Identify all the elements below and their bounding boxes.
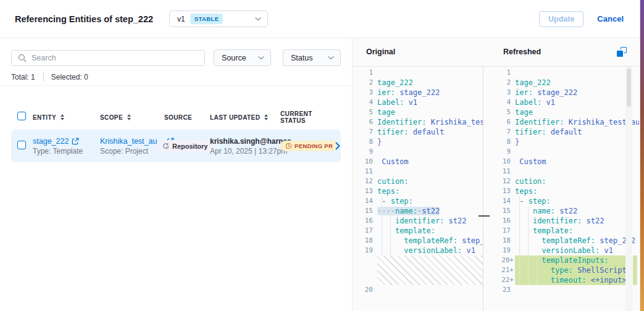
code-line: 15····name:·st22 bbox=[353, 206, 483, 216]
table-header: ENTITY SCOPE SOURCE LAST UPDATED CURRENT… bbox=[11, 110, 341, 123]
sort-icon bbox=[127, 114, 131, 120]
stable-badge: STABLE bbox=[190, 14, 224, 24]
code-line: 21+ type: ShellScript bbox=[484, 265, 639, 275]
indent-guide bbox=[519, 196, 520, 285]
version-dropdown[interactable]: v1 STABLE bbox=[169, 10, 268, 27]
code-line: 11 bbox=[484, 167, 639, 176]
divider bbox=[43, 72, 44, 81]
entity-cell: stage_222 Type: Template bbox=[33, 136, 100, 156]
code-line: 4Label: v1 bbox=[484, 97, 639, 107]
code-line: 7tifier: default bbox=[353, 127, 483, 137]
sort-icon bbox=[61, 114, 64, 120]
entity-type: Type: Template bbox=[33, 146, 100, 156]
code-line: 5tage bbox=[353, 107, 483, 117]
referencing-entities-modal: Referencing Entities of step_222 v1 STAB… bbox=[0, 0, 640, 311]
column-header-current-status: CURRENT STATUS bbox=[280, 110, 330, 124]
row-checkbox[interactable] bbox=[17, 141, 26, 149]
code-line: 19 versionLabel: v1 bbox=[484, 246, 639, 255]
updated-by: krishika.singh@harnes... bbox=[210, 136, 280, 146]
scope-cell: Krishika_test_au... Scope: Project bbox=[100, 136, 159, 156]
source-cell: Repository bbox=[159, 140, 210, 152]
chevron-down-icon bbox=[328, 56, 334, 60]
code-line: 19 versionLabel: v1 bbox=[353, 246, 483, 255]
code-line: 6Identifier: Krishika_test_autoc bbox=[484, 117, 639, 127]
version-label: v1 bbox=[177, 15, 185, 23]
code-line: 16 identifier: st22 bbox=[484, 216, 639, 226]
code-line: 6Identifier: Krishika_test_autoc bbox=[353, 117, 483, 127]
last-updated-cell: krishika.singh@harnes... Apr 10, 2025 | … bbox=[210, 136, 280, 156]
code-line: 4Label: v1 bbox=[353, 97, 483, 107]
code-line: 20 bbox=[353, 285, 483, 295]
status-filter-dropdown[interactable]: Status bbox=[283, 49, 341, 66]
diff-section: Original Refreshed 12tage_2223ier: stage… bbox=[352, 38, 639, 311]
scope-link[interactable]: Krishika_test_au... bbox=[100, 136, 164, 146]
code-line: 15 name: st22 bbox=[484, 206, 639, 216]
indent-guide bbox=[528, 206, 529, 285]
code-line: 8} bbox=[353, 137, 483, 147]
table-row[interactable]: stage_222 Type: Template Krishika_test_a… bbox=[11, 130, 341, 162]
page-background-edge bbox=[640, 0, 644, 311]
status-filter-label: Status bbox=[291, 54, 312, 62]
code-line: 12cution: bbox=[353, 176, 483, 186]
code-line: 13teps: bbox=[353, 186, 483, 196]
diff-body: 12tage_2223ier: stage_2224Label: v15tage… bbox=[353, 67, 639, 311]
entities-list-section: Source Status Total: 1 Selected: 0 bbox=[0, 38, 352, 311]
code-line: 10 Custom bbox=[353, 157, 483, 167]
code-line: 12cution: bbox=[484, 176, 639, 186]
clock-icon bbox=[285, 143, 292, 149]
select-all-checkbox[interactable] bbox=[17, 112, 26, 120]
code-line: 9 bbox=[353, 147, 483, 157]
sort-icon bbox=[264, 114, 268, 120]
code-line: 18 templateRef: step_222 bbox=[484, 236, 639, 246]
code-line: 23 bbox=[484, 285, 639, 295]
code-line: 7tifier: default bbox=[484, 127, 639, 137]
column-header-entity[interactable]: ENTITY bbox=[33, 114, 100, 121]
external-link-icon[interactable] bbox=[72, 138, 79, 145]
source-badge: Repository bbox=[156, 140, 214, 152]
updated-at: Apr 10, 2025 | 13:27pm bbox=[210, 146, 280, 156]
code-line: 2tage_222 bbox=[353, 78, 483, 88]
scrollbar-track[interactable] bbox=[625, 67, 632, 311]
source-filter-label: Source bbox=[222, 54, 246, 62]
code-line: 20+ templateInputs: bbox=[484, 255, 639, 265]
selected-count: Selected: 0 bbox=[51, 73, 88, 81]
modal-header: Referencing Entities of step_222 v1 STAB… bbox=[0, 0, 640, 38]
code-line: 3ier: stage_222 bbox=[353, 88, 483, 97]
column-header-last-updated[interactable]: LAST UPDATED bbox=[210, 114, 280, 121]
search-icon bbox=[18, 54, 27, 62]
row-expand-chevron[interactable] bbox=[330, 142, 346, 150]
cancel-button[interactable]: Cancel bbox=[597, 14, 624, 23]
code-line: 14 - step: bbox=[484, 196, 639, 206]
source-filter-dropdown[interactable]: Source bbox=[214, 49, 271, 66]
update-button[interactable]: Update bbox=[539, 11, 583, 27]
diff-header: Original Refreshed bbox=[353, 38, 639, 67]
indent-guide bbox=[390, 206, 391, 255]
original-panel-title: Original bbox=[366, 48, 395, 56]
code-line: 18 templateRef: step_222 bbox=[353, 236, 483, 246]
code-line: 9 bbox=[484, 147, 639, 157]
code-line: 17 template: bbox=[353, 226, 483, 236]
scope-type: Scope: Project bbox=[100, 146, 159, 156]
divider bbox=[0, 85, 352, 86]
code-line: 16 identifier: st22 bbox=[353, 216, 483, 226]
search-input[interactable] bbox=[31, 54, 198, 62]
page-title: Referencing Entities of step_222 bbox=[15, 14, 153, 24]
code-line: 1 bbox=[484, 68, 639, 78]
refreshed-code-panel: 12tage_2223ier: stage_2224Label: v15tage… bbox=[484, 67, 639, 311]
diff-connector-dash bbox=[479, 215, 490, 217]
scrollbar-thumb[interactable] bbox=[627, 68, 631, 107]
code-line: 10 Custom bbox=[484, 157, 639, 167]
refreshed-panel-title: Refreshed bbox=[503, 48, 541, 56]
code-line: 14 - step: bbox=[353, 196, 483, 206]
copy-icon[interactable] bbox=[617, 47, 627, 57]
entity-link[interactable]: stage_222 bbox=[33, 136, 69, 146]
diff-hatch-filler bbox=[377, 255, 483, 285]
code-line: 1 bbox=[353, 68, 483, 78]
code-line: 2tage_222 bbox=[484, 78, 639, 88]
code-line: 13teps: bbox=[484, 186, 639, 196]
code-line: 5tage bbox=[484, 107, 639, 117]
column-header-scope[interactable]: SCOPE bbox=[100, 114, 159, 121]
column-header-source: SOURCE bbox=[159, 114, 210, 121]
chevron-down-icon bbox=[258, 56, 264, 60]
original-code-lines: 12tage_2223ier: stage_2224Label: v15tage… bbox=[353, 67, 483, 295]
